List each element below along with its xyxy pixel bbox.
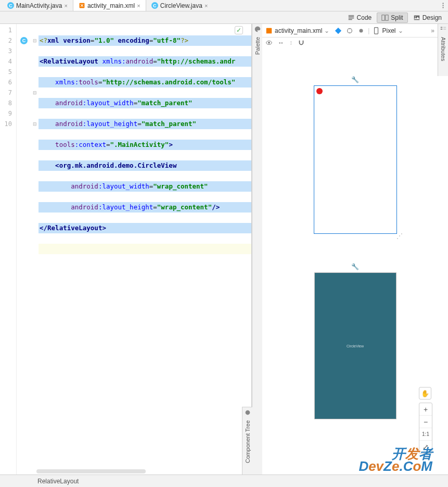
design-preview: activity_main.xml ⌄ | Pixel ⌄ » ! ↔ ↕ [262, 24, 448, 474]
zoom-actual-button[interactable]: 1:1 [419, 428, 432, 441]
zoom-in-button[interactable]: + [419, 403, 432, 416]
preview-file-selector[interactable]: activity_main.xml ⌄ [265, 27, 329, 34]
attributes-rail[interactable]: Attributes [438, 24, 448, 76]
design-surface-icon[interactable] [335, 27, 342, 34]
marker-gutter: C [17, 24, 31, 474]
fold-gutter[interactable]: ⊟ ⊟⊟ [31, 24, 39, 474]
close-icon[interactable]: × [204, 3, 208, 9]
status-bar: RelativeLayout [0, 474, 448, 487]
tab-circle-view[interactable]: C CircleView.java × [146, 0, 213, 11]
svg-rect-13 [440, 29, 442, 30]
view-mode-code[interactable]: Code [343, 13, 376, 22]
chevron-down-icon: ⌄ [398, 27, 403, 34]
resize-handle-icon[interactable]: ⋰ [396, 232, 403, 240]
svg-rect-3 [414, 15, 419, 20]
code-text[interactable]: <?xml version="1.0" encoding="utf-8"?> <… [39, 24, 251, 474]
zoom-out-button[interactable]: − [419, 416, 432, 428]
blueprint-surface-device[interactable]: CircleView [314, 272, 396, 419]
close-icon[interactable]: × [137, 3, 140, 9]
tab-main-activity[interactable]: C MainActivity.java × [2, 0, 73, 11]
device-icon [373, 27, 380, 34]
svg-rect-15 [443, 29, 446, 30]
device-selector[interactable]: Pixel ⌄ [373, 27, 403, 34]
vertical-resize-icon[interactable]: ↕ [289, 39, 292, 46]
svg-rect-1 [382, 15, 385, 20]
view-mode-split[interactable]: Split [377, 13, 407, 23]
line-number-gutter: 12345 678910 [0, 24, 17, 474]
breadcrumb[interactable]: RelativeLayout [37, 478, 79, 485]
fold-close-icon[interactable]: ⊟ [31, 119, 39, 129]
split-icon [381, 14, 389, 21]
pan-button[interactable]: ✋ [419, 387, 431, 399]
close-icon[interactable]: × [64, 3, 67, 9]
night-mode-icon[interactable] [357, 27, 365, 34]
design-icon [413, 14, 420, 21]
magnet-icon[interactable] [298, 39, 305, 46]
palette-rail[interactable]: Palette [252, 24, 262, 474]
java-class-icon: C [7, 2, 14, 9]
fold-toggle-icon[interactable]: ⊟ [31, 88, 39, 98]
chevron-down-icon: ⌄ [324, 27, 329, 34]
attributes-icon [440, 26, 447, 33]
svg-rect-5 [266, 28, 272, 33]
blueprint-view-label: CircleView [347, 344, 364, 348]
fold-toggle-icon[interactable]: ⊟ [31, 35, 39, 46]
wrench-icon[interactable]: 🔧 [314, 76, 397, 83]
tab-label: MainActivity.java [16, 2, 62, 9]
svg-rect-12 [440, 27, 442, 28]
xml-layout-icon [79, 2, 85, 9]
tab-activity-main-xml[interactable]: activity_main.xml × [73, 0, 146, 11]
tab-label: activity_main.xml [87, 2, 135, 9]
tree-icon [244, 409, 251, 416]
resize-arrows-icon[interactable]: ↔ [278, 39, 284, 46]
svg-rect-8 [375, 27, 378, 33]
circle-view-preview[interactable] [316, 88, 323, 94]
svg-rect-2 [386, 15, 388, 20]
validation-ok-icon[interactable]: ✓ [235, 26, 243, 34]
main-split: 12345 678910 C ⊟ ⊟⊟ <?xml version="1.0" … [0, 24, 448, 474]
svg-point-11 [245, 410, 250, 415]
zoom-controls: ✋ + − 1:1 ⤢ [419, 387, 432, 454]
watermark: 开发者 DevZe.CoM [359, 447, 432, 472]
editor-tab-bar: C MainActivity.java × activity_main.xml … [0, 0, 448, 11]
view-mode-bar: Code Split Design [0, 11, 448, 24]
tab-overflow-menu-icon[interactable]: ⁝ [442, 1, 445, 10]
svg-point-7 [360, 29, 363, 32]
tab-label: CircleView.java [160, 2, 202, 9]
preview-toolbar: activity_main.xml ⌄ | Pixel ⌄ » ! [262, 24, 448, 38]
wrench-icon[interactable]: 🔧 [314, 263, 396, 270]
visibility-icon[interactable] [265, 39, 273, 46]
code-editor[interactable]: 12345 678910 C ⊟ ⊟⊟ <?xml version="1.0" … [0, 24, 252, 474]
orientation-icon[interactable] [346, 27, 353, 34]
code-icon [348, 14, 355, 21]
horizontal-scrollbar[interactable] [36, 469, 146, 473]
svg-point-4 [415, 16, 416, 17]
preview-secondary-toolbar: ↔ ↕ ? [262, 38, 448, 48]
design-surface-device[interactable]: ⋰ [314, 85, 397, 234]
xml-layout-icon [265, 27, 273, 34]
svg-point-10 [268, 42, 270, 44]
class-marker-icon: C [20, 37, 28, 44]
palette-icon [254, 26, 261, 33]
view-mode-design[interactable]: Design [409, 13, 446, 22]
java-class-icon: C [151, 2, 158, 9]
component-tree-rail[interactable]: Component Tree [242, 407, 252, 474]
chevron-right-icon[interactable]: » [431, 27, 434, 34]
svg-rect-14 [443, 27, 446, 28]
